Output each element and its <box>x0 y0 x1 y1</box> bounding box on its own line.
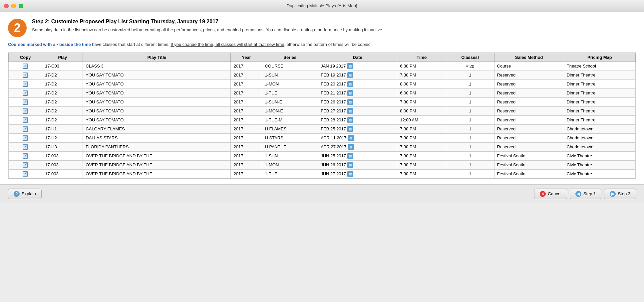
series-cell: 1-SUN <box>262 71 318 79</box>
date-cell[interactable]: FEB 19 2017▦ <box>318 71 397 79</box>
calendar-icon[interactable]: ▦ <box>347 153 353 159</box>
copy-checkbox[interactable] <box>23 90 28 96</box>
pricing-map-cell: Civic Theatre <box>564 151 635 160</box>
classes-cell: 1 <box>446 88 494 97</box>
calendar-icon[interactable]: ▦ <box>347 117 353 123</box>
date-cell[interactable]: FEB 21 2017▦ <box>318 88 397 97</box>
step1-button[interactable]: ◀ Step 1 <box>570 189 602 199</box>
time-cell: 7:30 PM <box>397 142 446 151</box>
calendar-icon[interactable]: ▦ <box>347 162 353 168</box>
step3-button[interactable]: ▶ Step 3 <box>604 189 636 199</box>
sales-method-cell: Festival Seatin <box>494 169 564 178</box>
calendar-icon[interactable]: ▦ <box>347 72 353 78</box>
maximize-button[interactable] <box>19 4 23 8</box>
date-cell[interactable]: JUN 25 2017▦ <box>318 151 397 160</box>
courses-blue-text: Courses marked with a • beside the time <box>8 42 91 47</box>
play-title-cell: OVER THE BRIDGE AND BY THE <box>83 169 231 178</box>
classes-cell: 1 <box>446 97 494 106</box>
series-cell: 1-SUN <box>262 151 318 160</box>
table-row: 17-D2YOU SAY TOMATO20171-SUN-EFEB 26 201… <box>9 97 636 106</box>
copy-checkbox[interactable] <box>23 171 28 177</box>
minimize-button[interactable] <box>11 4 16 8</box>
copy-cell[interactable] <box>9 88 42 97</box>
copy-cell[interactable] <box>9 97 42 106</box>
copy-checkbox[interactable] <box>23 73 28 78</box>
col-classes: Classes! <box>446 53 494 62</box>
step-header: 2 Step 2: Customize Proposed Play List S… <box>8 19 636 37</box>
date-text: APR 11 2017 <box>321 135 346 140</box>
play-title-cell: OVER THE BRIDGE AND BY THE <box>83 160 231 169</box>
copy-cell[interactable] <box>9 133 42 142</box>
table-row: 17-H3FLORIDA PANTHERS2017H PANTHEAPR 27 … <box>9 142 636 151</box>
copy-cell[interactable] <box>9 124 42 133</box>
pricing-map-cell: Dinner Theatre <box>564 71 635 79</box>
date-cell[interactable]: FEB 25 2017▦ <box>318 124 397 133</box>
copy-checkbox[interactable] <box>23 64 28 69</box>
year-cell: 2017 <box>231 142 262 151</box>
cancel-icon: ✕ <box>540 191 546 197</box>
copy-checkbox[interactable] <box>23 135 28 141</box>
time-cell: 7:30 PM <box>397 71 446 79</box>
date-cell[interactable]: FEB 20 2017▦ <box>318 79 397 88</box>
copy-cell[interactable] <box>9 151 42 160</box>
date-text: JAN 19 2017 <box>321 64 346 69</box>
copy-cell[interactable] <box>9 71 42 79</box>
calendar-icon[interactable]: ▦ <box>347 63 353 69</box>
calendar-icon[interactable]: ▦ <box>347 171 353 177</box>
copy-checkbox[interactable] <box>23 126 28 132</box>
time-cell: 7:30 PM <box>397 160 446 169</box>
time-cell: 6:30 PM <box>397 62 446 71</box>
table-row: 17-003OVER THE BRIDGE AND BY THE20171-MO… <box>9 160 636 169</box>
copy-cell[interactable] <box>9 142 42 151</box>
calendar-icon[interactable]: ▦ <box>347 90 353 96</box>
play-list-table: Copy Play Play Title Year Series Date Ti… <box>8 53 636 179</box>
series-cell: 1-TUE-M <box>262 115 318 124</box>
copy-cell[interactable] <box>9 62 42 71</box>
date-cell[interactable]: JUN 26 2017▦ <box>318 160 397 169</box>
main-content: 2 Step 2: Customize Proposed Play List S… <box>0 12 644 184</box>
explain-button[interactable]: ? Explain <box>8 189 42 199</box>
play-title-cell: OVER THE BRIDGE AND BY THE <box>83 151 231 160</box>
date-cell[interactable]: JUN 27 2017▦ <box>318 169 397 178</box>
series-cell: H FLAMES <box>262 124 318 133</box>
date-cell[interactable]: APR 27 2017▦ <box>318 142 397 151</box>
year-cell: 2017 <box>231 97 262 106</box>
play-title-cell: FLORIDA PANTHERS <box>83 142 231 151</box>
calendar-icon[interactable]: ▦ <box>347 126 353 132</box>
play-cell: 17-D2 <box>42 106 83 115</box>
col-copy: Copy <box>9 53 42 62</box>
cancel-button[interactable]: ✕ Cancel <box>534 189 567 199</box>
copy-checkbox[interactable] <box>23 153 28 159</box>
courses-note: Courses marked with a • beside the time … <box>8 41 636 48</box>
close-button[interactable] <box>4 4 9 8</box>
table-row: 17-D2YOU SAY TOMATO20171-TUE-MFEB 28 201… <box>9 115 636 124</box>
classes-cell: 1 <box>446 71 494 79</box>
date-cell[interactable]: FEB 28 2017▦ <box>318 115 397 124</box>
copy-cell[interactable] <box>9 79 42 88</box>
date-cell[interactable]: JAN 19 2017▦ <box>318 62 397 71</box>
play-title-cell: YOU SAY TOMATO <box>83 71 231 79</box>
play-title-cell: YOU SAY TOMATO <box>83 88 231 97</box>
copy-cell[interactable] <box>9 115 42 124</box>
play-title-cell: DALLAS STARS <box>83 133 231 142</box>
calendar-icon[interactable]: ▦ <box>348 144 354 150</box>
copy-cell[interactable] <box>9 160 42 169</box>
copy-cell[interactable] <box>9 106 42 115</box>
year-cell: 2017 <box>231 79 262 88</box>
copy-cell[interactable] <box>9 169 42 178</box>
classes-cell: • 20 <box>446 62 494 71</box>
calendar-icon[interactable]: ▦ <box>347 81 353 87</box>
copy-checkbox[interactable] <box>23 117 28 123</box>
window-controls[interactable] <box>4 4 23 8</box>
copy-checkbox[interactable] <box>23 99 28 105</box>
copy-checkbox[interactable] <box>23 81 28 87</box>
copy-checkbox[interactable] <box>23 144 28 150</box>
copy-checkbox[interactable] <box>23 108 28 114</box>
copy-checkbox[interactable] <box>23 162 28 168</box>
calendar-icon[interactable]: ▦ <box>347 99 353 105</box>
date-cell[interactable]: APR 11 2017▦ <box>318 133 397 142</box>
date-cell[interactable]: FEB 27 2017▦ <box>318 106 397 115</box>
calendar-icon[interactable]: ▦ <box>348 135 354 141</box>
date-cell[interactable]: FEB 26 2017▦ <box>318 97 397 106</box>
calendar-icon[interactable]: ▦ <box>347 108 353 114</box>
